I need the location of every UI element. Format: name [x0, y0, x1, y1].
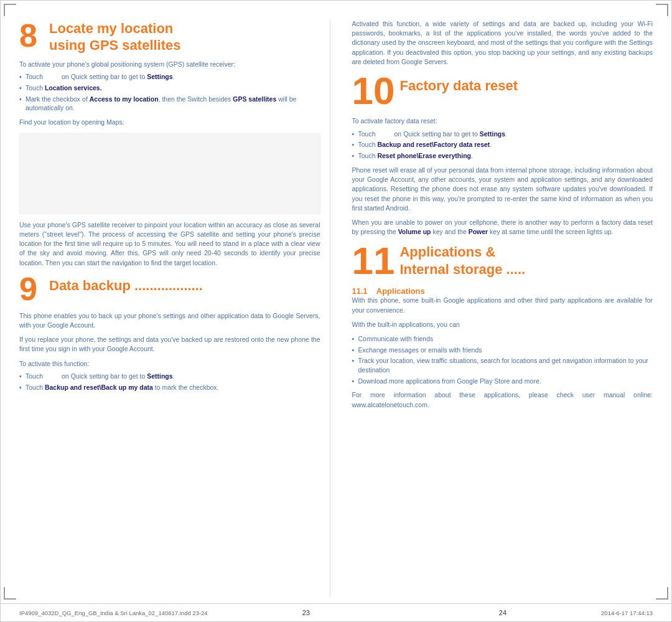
section-8-title-line1: Locate my location: [49, 19, 181, 36]
bullet-10-1-text: on Quick setting bar to get to Settings.: [394, 130, 508, 138]
section-8-title: Locate my location using GPS satellites: [49, 19, 181, 54]
body3-url: www.alcatelonetouch.com: [352, 401, 427, 408]
touch-label-8-1: Touch: [26, 73, 43, 80]
section-9-header: 9 Data backup ..................: [19, 273, 320, 305]
body2-after: key at same time until the screen lights…: [488, 228, 613, 235]
touch-label-10-1: Touch: [358, 130, 376, 138]
bullet-8-1-text: on Quick setting bar to get to Settings.: [62, 73, 175, 80]
touch-label-9-1: Touch: [26, 372, 43, 380]
section-8-body: Use your phone's GPS satellite receiver …: [19, 220, 320, 268]
bullet-9-2: Touch Backup and reset\Back up my data t…: [19, 383, 320, 392]
section-9-right-intro: Activated this function, a wide variety …: [352, 19, 653, 67]
section-11-body3: For more information about these applica…: [352, 390, 653, 409]
bullet-8-3-text: Mark the checkbox of Access to my locati…: [26, 95, 296, 112]
section-8-header: 8 Locate my location using GPS satellite…: [19, 19, 320, 54]
section-9-number: 9: [19, 273, 44, 305]
body2-mid: key and the: [431, 228, 469, 235]
section-9-activate: To activate this function:: [19, 359, 320, 369]
backup-factory-bold: Backup and reset\Factory data reset: [377, 141, 490, 148]
main-content: 8 Locate my location using GPS satellite…: [1, 1, 671, 603]
bullet-11-4: Download more applications from Google P…: [352, 377, 653, 386]
bullet-9-1: Touchon Quick setting bar to get to Sett…: [19, 372, 320, 381]
section-11-title-line2: Internal storage .....: [399, 260, 525, 277]
section-8-title-line2: using GPS satellites: [49, 36, 181, 53]
footer-pages: 23 24: [208, 609, 601, 616]
section-10-intro: To activate factory data reset:: [352, 116, 653, 126]
settings-bold-9-1: Settings: [147, 372, 172, 380]
reset-erase-bold: Reset phone\Erase everything: [377, 152, 471, 159]
section-9-bullets: Touchon Quick setting bar to get to Sett…: [19, 372, 320, 392]
footer-file: IP4909_4032D_QG_Eng_GB_India & Sri Lanka…: [19, 610, 208, 616]
section-11-body2: With the built-in applications, you can: [352, 320, 653, 329]
corner-mark-tr: [656, 4, 668, 16]
right-column: Activated this function, a wide variety …: [343, 19, 653, 597]
section-9-body1: This phone enables you to back up your p…: [19, 311, 320, 330]
section-11-bullets: Communicate with friends Exchange messag…: [352, 334, 653, 385]
section-11-title-line1: Applications &: [399, 243, 525, 260]
bullet-9-2-text: Touch Backup and reset\Back up my data t…: [26, 384, 218, 391]
section-10-bullets: Touchon Quick setting bar to get to Sett…: [352, 130, 653, 161]
gps-satellites-bold: GPS satellites: [233, 95, 276, 103]
subsection-num: 11.1: [352, 286, 368, 296]
bullet-10-3: Touch Reset phone\Erase everything.: [352, 151, 653, 161]
bullet-8-1: Touchon Quick setting bar to get to Sett…: [19, 72, 320, 82]
page-number-right: 24: [499, 609, 506, 616]
volume-up-bold: Volume up: [398, 228, 431, 235]
subsection-title-text: Applications: [376, 286, 425, 296]
bullet-9-1-text: on Quick setting bar to get to Settings.: [62, 372, 175, 380]
find-location-text: Find your location by opening Maps:: [19, 118, 320, 127]
bullet-10-2-text: Touch Backup and reset\Factory data rese…: [358, 141, 492, 148]
bullet-10-1: Touchon Quick setting bar to get to Sett…: [352, 130, 653, 139]
bullet-10-2: Touch Backup and reset\Factory data rese…: [352, 140, 653, 149]
body3-after: .: [427, 401, 429, 408]
bullet-11-2: Exchange messages or emails with friends: [352, 346, 653, 355]
body3-before: For more information about these applica…: [352, 391, 653, 398]
power-bold: Power: [469, 228, 488, 235]
section-9-body2: If you replace your phone, the settings …: [19, 335, 320, 354]
gps-image-placeholder: [19, 133, 320, 214]
section-8-intro: To activate your phone's global position…: [19, 60, 320, 69]
section-11-1: 11.1 Applications: [352, 286, 653, 296]
bullet-8-2-text: Touch Location services.: [26, 84, 102, 92]
backup-reset-bold: Backup and reset\Back up my data: [45, 384, 153, 391]
section-10-header: 10 Factory data reset: [352, 72, 653, 110]
bullet-8-3: Mark the checkbox of Access to my locati…: [19, 95, 320, 113]
section-10-number: 10: [352, 72, 395, 110]
left-column: 8 Locate my location using GPS satellite…: [19, 19, 330, 597]
page-container: 8 Locate my location using GPS satellite…: [0, 0, 672, 622]
section-10-title: Factory data reset: [399, 77, 518, 93]
subsection-11-1-number: 11.1 Applications: [352, 286, 425, 296]
corner-mark-bl: [4, 587, 16, 600]
bullet-11-1: Communicate with friends: [352, 334, 653, 344]
section-9-title: Data backup ..................: [49, 276, 203, 293]
bullet-8-2: Touch Location services.: [19, 83, 320, 93]
bullet-10-3-text: Touch Reset phone\Erase everything.: [358, 152, 473, 159]
page-footer: IP4909_4032D_QG_Eng_GB_India & Sri Lanka…: [1, 603, 671, 621]
corner-mark-br: [656, 587, 668, 600]
settings-bold-8-1: Settings: [147, 73, 172, 80]
section-11-header: 11 Applications & Internal storage .....: [352, 242, 653, 280]
section-8-bullets: Touchon Quick setting bar to get to Sett…: [19, 72, 320, 113]
section-11-body1: With this phone, some built-in Google ap…: [352, 296, 653, 314]
section-8-number: 8: [19, 19, 44, 52]
footer-date: 2014-6-17 17:44:13: [601, 610, 653, 616]
section-11-number: 11: [352, 242, 395, 280]
section-10-body2: When you are unable to power on your cel…: [352, 218, 653, 237]
section-10-body1: Phone reset will erase all of your perso…: [352, 166, 653, 213]
bullet-11-3: Track your location, view traffic situat…: [352, 356, 653, 374]
settings-bold-10-1: Settings: [480, 130, 505, 138]
location-services-bold: Location services.: [45, 84, 102, 92]
access-location-bold: Access to my location: [90, 95, 159, 103]
page-number-left: 23: [302, 609, 310, 616]
corner-mark-tl: [4, 4, 16, 16]
